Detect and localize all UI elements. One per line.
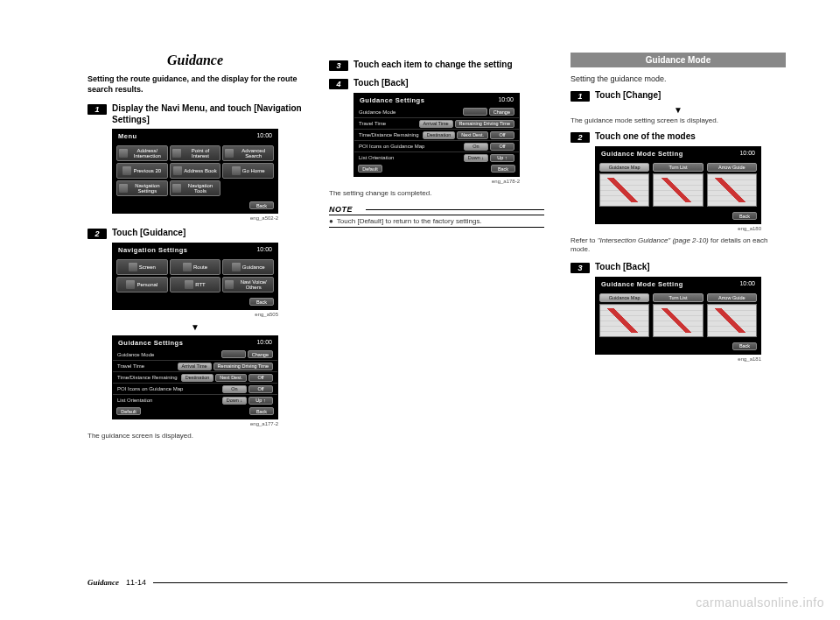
intro-text: Setting the route guidance, and the disp…: [88, 74, 303, 95]
mode-label: Arrow Guide: [707, 163, 757, 172]
menu-btn-gohome[interactable]: Go Home: [222, 163, 274, 179]
back-button[interactable]: Back: [249, 298, 274, 306]
menu-btn-poi[interactable]: Point of Interest: [170, 145, 221, 161]
opt-remaining[interactable]: Remaining Driving Time: [455, 120, 514, 128]
screenshot-footer: Back: [596, 341, 760, 354]
opt-arrival[interactable]: Arrival Time: [419, 120, 453, 128]
screenshot-navi-menu: Menu 10:00 Address/ Intersection Point o…: [112, 129, 278, 214]
screenshot-titlebar: Guidance Mode Setting 10:00: [596, 147, 760, 159]
row-guidance-mode: Guidance Mode Change: [354, 106, 519, 117]
btn-label: Guidance: [242, 264, 265, 270]
opt-nextdest[interactable]: Next Dest.: [215, 374, 247, 382]
opt-destination[interactable]: Destination: [181, 374, 214, 382]
btn-personal[interactable]: Personal: [116, 277, 168, 292]
row-label: Travel Time: [117, 363, 144, 369]
opt-down[interactable]: Down ↓: [464, 154, 488, 162]
screen-icon: [129, 263, 137, 271]
menu-btn-navtools[interactable]: Navigation Tools: [170, 180, 221, 196]
row-travel-time: Travel Time Arrival TimeRemaining Drivin…: [113, 360, 277, 371]
btn-label: Advanced Search: [235, 148, 271, 159]
screenshot-footer: Back: [596, 210, 760, 223]
image-caption: eng_a181: [595, 356, 761, 362]
step-badge: 1: [570, 91, 590, 102]
opt-off[interactable]: Off: [248, 374, 273, 382]
btn-label: Previous 20: [133, 168, 161, 173]
opt-off[interactable]: Off: [490, 143, 514, 151]
mode-turn-list[interactable]: Turn List: [653, 293, 703, 337]
step-3: 3 Touch [Back]: [570, 262, 786, 273]
mode-preview: [707, 304, 757, 337]
note-bullet: ● Touch [Default] to return to the facto…: [329, 215, 544, 228]
opt-remaining[interactable]: Remaining Driving Time: [214, 363, 273, 370]
footer-rule: [153, 582, 788, 583]
screenshot-titlebar: Guidance Settings 10:00: [113, 336, 277, 349]
opt-on[interactable]: On: [464, 143, 488, 151]
step-badge: 2: [570, 132, 590, 143]
step-1: 1 Display the Navi Menu, and touch [Navi…: [88, 103, 303, 125]
mode-guidance-map[interactable]: Guidance Map: [599, 163, 649, 207]
back-button[interactable]: Back: [249, 201, 274, 209]
step-3: 3 Touch each item to change the setting: [329, 60, 544, 71]
voice-icon: [225, 280, 234, 289]
step-4: 4 Touch [Back]: [329, 78, 544, 89]
btn-rtt[interactable]: RTT: [170, 277, 221, 292]
change-button[interactable]: Change: [248, 350, 273, 358]
settings-list: Guidance Mode Change Travel Time Arrival…: [113, 349, 277, 405]
opt-on[interactable]: On: [222, 385, 247, 393]
row-label: List Orientation: [359, 155, 394, 160]
btn-guidance[interactable]: Guidance: [222, 259, 274, 275]
step-badge: 3: [570, 263, 590, 273]
opt-arrival[interactable]: Arrival Time: [178, 363, 212, 370]
back-button[interactable]: Back: [249, 407, 274, 415]
step-badge: 2: [88, 229, 107, 239]
menu-btn-navsettings[interactable]: Navigation Settings: [116, 180, 168, 196]
menu-btn-previous20[interactable]: Previous 20: [116, 163, 168, 179]
default-button[interactable]: Default: [116, 407, 141, 415]
screenshot-mode-setting-2: Guidance Mode Setting 10:00 Guidance Map…: [595, 277, 761, 355]
screenshot-footer: Back: [113, 296, 277, 309]
image-caption: eng_a502-2: [112, 215, 278, 221]
mode-guidance-map[interactable]: Guidance Map: [599, 293, 649, 337]
screen-title: Guidance Mode Setting: [601, 280, 683, 288]
columns: Guidance Setting the route guidance, and…: [88, 53, 788, 447]
subsection-heading: Guidance Mode: [570, 53, 786, 67]
watermark: carmanualsonline.info: [696, 595, 824, 609]
row-poi-icons: POI Icons on Guidance Map OnOff: [354, 140, 519, 151]
screen-title: Menu: [118, 132, 137, 140]
back-button[interactable]: Back: [491, 165, 515, 173]
settings-grid: Screen Route Guidance Personal RTT Navi …: [113, 256, 277, 296]
btn-screen[interactable]: Screen: [116, 259, 168, 275]
screenshot-footer: Default Back: [354, 163, 519, 176]
mode-turn-list[interactable]: Turn List: [653, 163, 703, 207]
btn-voice[interactable]: Navi Voice/ Others: [222, 277, 274, 292]
row-time-distance: Time/Distance Remaining DestinationNext …: [354, 129, 519, 140]
opt-off[interactable]: Off: [248, 385, 273, 393]
opt-destination[interactable]: Destination: [423, 131, 456, 139]
flow-arrow-icon: ▼: [88, 322, 303, 332]
opt-up[interactable]: Up ↑: [490, 154, 514, 162]
opt-down[interactable]: Down ↓: [222, 397, 247, 405]
back-button[interactable]: Back: [732, 342, 757, 350]
ref-pre: Refer to: [570, 236, 598, 244]
image-caption: eng_a178-2: [354, 179, 520, 184]
row-time-distance: Time/Distance Remaining DestinationNext …: [113, 371, 277, 383]
search-icon: [225, 149, 234, 158]
opt-nextdest[interactable]: Next Dest.: [457, 131, 488, 139]
row-poi-icons: POI Icons on Guidance Map OnOff: [113, 383, 277, 394]
default-button[interactable]: Default: [358, 165, 382, 173]
menu-btn-advanced[interactable]: Advanced Search: [222, 145, 274, 161]
screen-clock: 10:00: [256, 339, 272, 347]
personal-icon: [126, 280, 135, 289]
mode-arrow-guide[interactable]: Arrow Guide: [707, 163, 757, 207]
back-button[interactable]: Back: [732, 212, 757, 220]
menu-btn-address[interactable]: Address/ Intersection: [116, 145, 168, 161]
change-button[interactable]: Change: [489, 108, 514, 116]
opt-up[interactable]: Up ↑: [248, 397, 273, 405]
opt-off[interactable]: Off: [490, 131, 514, 139]
mode-arrow-guide[interactable]: Arrow Guide: [707, 293, 757, 337]
menu-btn-addressbook[interactable]: Address Book: [170, 163, 221, 179]
row-label: Guidance Mode: [359, 109, 396, 115]
screenshot-footer: Back: [113, 200, 277, 213]
btn-route[interactable]: Route: [170, 259, 221, 275]
screen-clock: 10:00: [739, 150, 755, 158]
